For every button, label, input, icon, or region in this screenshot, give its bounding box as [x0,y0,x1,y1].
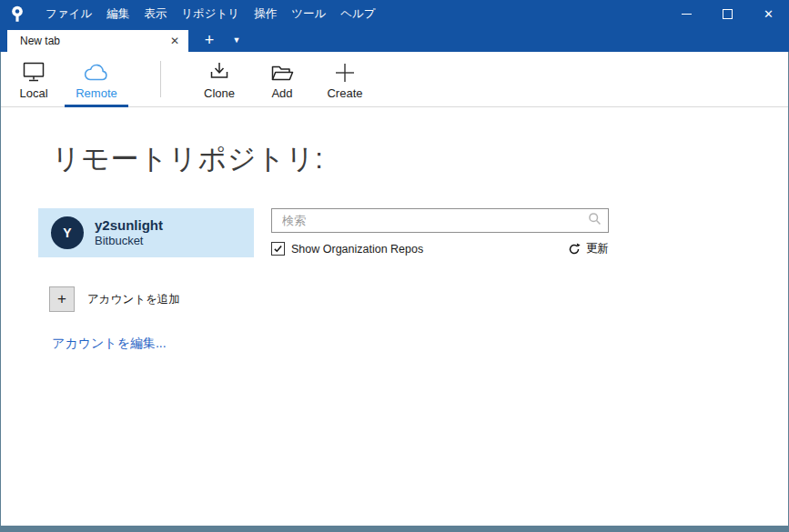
accounts-row: Y y2sunlight Bitbucket [38,208,788,257]
menu-tools[interactable]: ツール [284,0,333,27]
refresh-icon [568,243,581,256]
tab-close-icon[interactable]: ✕ [168,35,181,47]
search-box [271,208,609,233]
menu-file[interactable]: ファイル [38,0,99,27]
menubar: ファイル 編集 表示 リポジトリ 操作 ツール ヘルプ [38,0,383,27]
download-icon [207,59,231,84]
tab-bar: New tab ✕ + ▼ [0,27,789,52]
tab-list-dropdown[interactable]: ▼ [225,28,248,52]
plus-icon [334,59,356,84]
page-title: リモートリポジトリ: [52,140,788,178]
maximize-button[interactable] [707,0,748,27]
toolbar-local-button[interactable]: Local [5,52,62,106]
window-bottom-border [0,526,789,532]
menu-help[interactable]: ヘルプ [333,0,382,27]
repo-list-controls: Show Organization Repos 更新 [271,208,609,257]
add-account-button[interactable]: + [49,286,75,312]
refresh-button[interactable]: 更新 [568,241,609,256]
menu-actions[interactable]: 操作 [247,0,284,27]
account-service: Bitbucket [95,234,163,248]
cloud-icon [83,59,110,84]
monitor-icon [21,59,46,84]
search-icon [588,212,602,229]
close-icon: ✕ [764,8,774,20]
menu-edit[interactable]: 編集 [99,0,137,27]
edit-accounts-link[interactable]: アカウントを編集... [52,336,167,352]
toolbar-create-label: Create [327,86,362,100]
toolbar-clone-label: Clone [204,86,235,100]
account-item-bitbucket[interactable]: Y y2sunlight Bitbucket [38,208,254,257]
new-tab-button[interactable]: + [194,28,225,52]
show-org-repos-label: Show Organization Repos [291,243,423,256]
toolbar: Local Remote [1,52,788,107]
account-avatar: Y [51,216,84,249]
add-account-label: アカウントを追加 [87,292,180,307]
toolbar-remote-label: Remote [76,86,117,100]
show-org-repos-checkbox[interactable] [271,242,285,256]
toolbar-add-label: Add [271,86,292,100]
account-name: y2sunlight [95,217,163,235]
remote-repositories-view: リモートリポジトリ: Y y2sunlight Bitbucket [1,107,788,526]
account-text: y2sunlight Bitbucket [95,217,163,249]
remote-active-underline [65,105,128,107]
window-controls: ✕ [666,0,789,27]
maximize-icon [723,9,733,19]
menu-repository[interactable]: リポジトリ [174,0,247,27]
tab-label: New tab [20,35,168,47]
toolbar-remote-button[interactable]: Remote [68,52,125,106]
close-button[interactable]: ✕ [748,0,789,27]
toolbar-local-label: Local [19,86,47,100]
search-input[interactable] [280,213,588,228]
folder-icon [269,59,295,84]
refresh-label: 更新 [586,241,609,256]
toolbar-create-button[interactable]: Create [317,52,373,106]
checkmark-icon [273,244,283,254]
tab-new-tab[interactable]: New tab ✕ [7,30,188,52]
titlebar: ファイル 編集 表示 リポジトリ 操作 ツール ヘルプ ✕ [0,0,789,27]
toolbar-separator [160,61,161,97]
add-account-row: + アカウントを追加 [49,286,788,312]
minimize-icon [682,14,692,15]
menu-view[interactable]: 表示 [137,0,174,27]
sourcetree-window: ファイル 編集 表示 リポジトリ 操作 ツール ヘルプ ✕ New tab ✕ … [0,0,789,532]
toolbar-clone-button[interactable]: Clone [191,52,248,106]
window-body: Local Remote [0,52,789,526]
sourcetree-logo-icon [7,4,27,24]
minimize-button[interactable] [666,0,707,27]
options-row: Show Organization Repos 更新 [271,241,609,256]
toolbar-add-button[interactable]: Add [254,52,310,106]
